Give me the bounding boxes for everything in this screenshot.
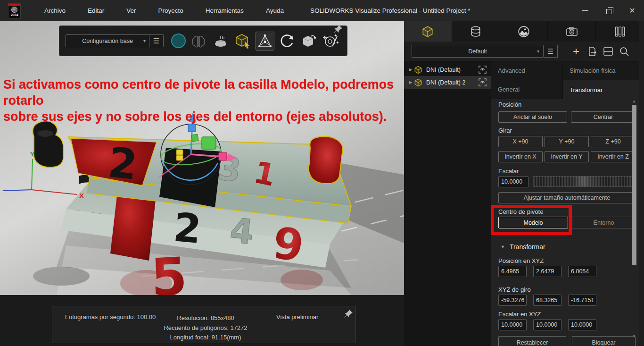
pos-y-input[interactable]: [533, 266, 561, 277]
x90-button[interactable]: X +90: [498, 136, 543, 147]
palette-tabs: [404, 21, 644, 42]
bloquear-button[interactable]: Bloquear: [572, 336, 636, 346]
centrar-button[interactable]: Centrar: [571, 111, 636, 123]
pivot-tool-button[interactable]: [256, 32, 274, 51]
scene-dropdown[interactable]: Default ▾: [412, 45, 544, 58]
model-black-cylinder[interactable]: [33, 121, 63, 167]
close-icon: ✕: [629, 7, 635, 15]
z90-button[interactable]: Z +90: [591, 136, 636, 147]
pos-x-input[interactable]: [498, 266, 527, 277]
plus-icon: +: [573, 45, 579, 58]
y90-button[interactable]: Y +90: [545, 136, 589, 147]
section-divider: [498, 239, 636, 239]
centro-de-pivote-label: Centro de pivote: [498, 208, 543, 215]
viewport-3d[interactable]: 3 2 4 9 5 2 3 1: [0, 21, 404, 295]
xyz-giro-label: XYZ de giro: [498, 286, 531, 293]
split-view-button[interactable]: [600, 44, 616, 59]
preset-dropdown-value: Configuración base: [82, 38, 133, 44]
expand-caret-icon[interactable]: ▶: [409, 80, 414, 84]
scale-x-input[interactable]: [498, 319, 527, 330]
transformar-section-header[interactable]: ▼ Transformar: [501, 243, 545, 251]
scale-z-input[interactable]: [568, 319, 596, 330]
tree-item-label: DNI (Default): [426, 67, 461, 73]
tab-transformar[interactable]: Transformar: [563, 80, 639, 99]
scene-menu-button[interactable]: ☰: [544, 45, 558, 58]
import-model-button[interactable]: [300, 32, 319, 51]
tree-item-dni-default[interactable]: ▶ DNI (Default): [404, 63, 491, 76]
scrollbar-thumb[interactable]: [632, 105, 636, 265]
right-panel: Default ▾ ☰ +: [404, 21, 644, 346]
status-pin-icon[interactable]: [344, 309, 354, 318]
scale-y-input[interactable]: [533, 319, 561, 330]
anclar-al-suelo-button[interactable]: Anclar al suelo: [498, 111, 567, 123]
tab-general[interactable]: General: [491, 80, 563, 99]
preset-dropdown[interactable]: Configuración base ▾: [66, 34, 149, 47]
ajustar-tamano-button[interactable]: Ajustar tamaño automáticamente: [498, 192, 636, 203]
select-tool-button[interactable]: [233, 32, 252, 51]
tree-item-dni-default-2[interactable]: ▶ DNI (Default) 2: [404, 76, 491, 89]
restablecer-button[interactable]: Restablecer: [498, 336, 566, 346]
pivote-modelo-button[interactable]: Modelo: [498, 217, 568, 228]
pos-z-input[interactable]: [568, 266, 596, 277]
export-button[interactable]: [584, 44, 600, 59]
escalar-slider[interactable]: [533, 176, 636, 187]
minimize-button[interactable]: [573, 0, 597, 21]
slider-highlight: [569, 177, 600, 186]
invertir-z-button[interactable]: Invertir en Z: [591, 151, 636, 162]
scene-toolbar: Default ▾ ☰ +: [404, 42, 644, 61]
pivote-entorno-button[interactable]: Entorno: [572, 217, 636, 228]
logo-year: 2024: [11, 13, 18, 17]
camera-wand-icon: [323, 34, 340, 49]
add-button[interactable]: +: [568, 44, 584, 59]
menu-proyecto[interactable]: Proyecto: [157, 4, 184, 17]
scroll-up-icon[interactable]: ▲: [632, 99, 636, 103]
invertir-y-button[interactable]: Invertir en Y: [545, 151, 589, 162]
rotate-icon: [280, 34, 295, 49]
model-cube-icon: [414, 78, 422, 87]
right-edge-strip: [639, 21, 644, 346]
scenes-image-icon: [518, 25, 530, 38]
tab-cameras[interactable]: [548, 21, 596, 42]
render-button[interactable]: [322, 32, 341, 51]
rot-x-input[interactable]: [498, 295, 527, 306]
chevron-down-icon: ▾: [537, 49, 539, 54]
close-button[interactable]: ✕: [620, 0, 644, 21]
rot-y-input[interactable]: [533, 295, 561, 306]
rot-z-input[interactable]: [568, 295, 596, 306]
invertir-x-button[interactable]: Invertir en X: [498, 151, 543, 162]
turntable-button[interactable]: [211, 32, 230, 51]
polygon-count-readout: Recuento de polígonos: 17272: [128, 323, 283, 333]
tab-advanced[interactable]: Advanced: [491, 61, 563, 80]
search-button[interactable]: [616, 44, 632, 59]
expand-caret-icon[interactable]: ▶: [409, 68, 414, 72]
library-icon: [614, 25, 626, 38]
preset-menu-button[interactable]: ☰: [149, 34, 164, 47]
escalar-input[interactable]: [498, 176, 528, 187]
menu-ayuda[interactable]: Ayuda: [265, 4, 285, 17]
menu-archivo[interactable]: Archivo: [43, 4, 66, 17]
render-quality-icon[interactable]: [171, 34, 186, 48]
export-icon: [587, 46, 597, 57]
scroll-down-icon[interactable]: ▼: [632, 334, 636, 338]
tab-appearances[interactable]: [452, 21, 500, 42]
tab-scenes[interactable]: [500, 21, 548, 42]
select-cube-icon: [235, 34, 251, 49]
tab-library[interactable]: [596, 21, 644, 42]
ai-denoiser-button[interactable]: [189, 32, 208, 51]
pin-icon[interactable]: [334, 24, 343, 34]
transformar-section-title: Transformar: [510, 243, 545, 251]
visibility-icon[interactable]: [478, 65, 487, 74]
menu-editar[interactable]: Editar: [87, 4, 105, 17]
tab-models[interactable]: [404, 21, 452, 42]
brain-icon: [191, 34, 206, 48]
render-status-panel: Fotogramas por segundo: 100.00 Resolució…: [52, 306, 356, 343]
menu-ver[interactable]: Ver: [125, 4, 137, 17]
restore-button[interactable]: [597, 0, 620, 21]
tab-simulacion-fisica[interactable]: Simulación física: [563, 61, 639, 80]
menu-herramientas[interactable]: Herramientas: [205, 4, 245, 17]
reset-rotation-button[interactable]: [278, 32, 297, 51]
visibility-icon[interactable]: [478, 78, 487, 87]
search-icon: [619, 46, 629, 57]
annotation-text: Si activamos como centro de pivote la ca…: [3, 76, 403, 125]
model-cube-icon: [414, 66, 422, 74]
